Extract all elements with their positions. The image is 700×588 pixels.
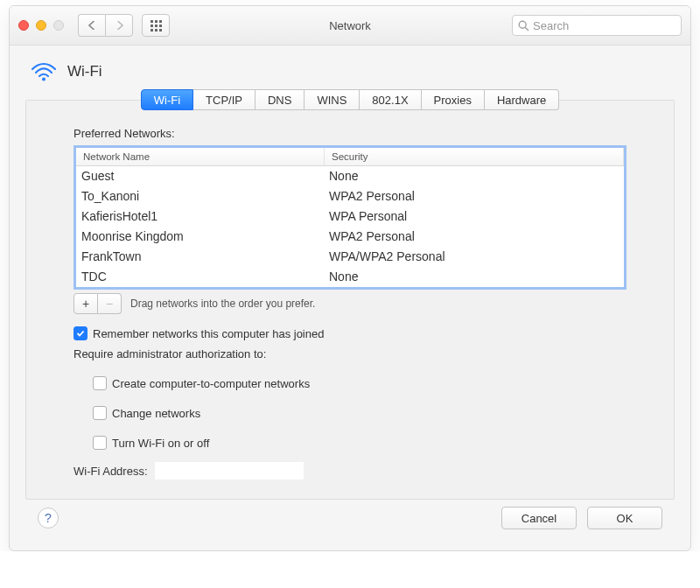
tab-proxies[interactable]: Proxies [422,89,485,110]
zoom-icon [53,20,64,31]
tab-8021x[interactable]: 802.1X [360,89,421,110]
admin-check-label: Turn Wi-Fi on or off [112,437,209,450]
add-network-button[interactable]: + [74,293,98,314]
help-button[interactable]: ? [38,508,59,528]
search-input[interactable]: Search [512,15,682,36]
table-row[interactable]: KafierisHotel1 WPA Personal [76,206,624,227]
col-network-name[interactable]: Network Name [76,148,325,165]
search-icon [518,20,529,32]
network-prefs-window: Network Search Wi-Fi Wi-Fi TCP/IP DNS WI… [9,5,691,551]
close-icon[interactable] [18,20,29,31]
svg-point-2 [42,78,46,81]
wifi-address-label: Wi-Fi Address: [74,465,148,478]
admin-check-toggle-wifi[interactable] [93,436,107,450]
admin-check-label: Change networks [112,407,200,420]
admin-check-change-networks[interactable] [93,406,107,420]
table-row[interactable]: Guest None [76,166,624,186]
remove-network-button: − [98,293,122,314]
titlebar: Network Search [10,6,690,46]
nav-forward-button[interactable] [105,14,133,37]
search-placeholder: Search [533,19,569,32]
tab-wins[interactable]: WINS [304,89,360,110]
wifi-icon [31,61,57,82]
table-row[interactable]: TDC None [76,267,624,287]
preferred-networks-table[interactable]: Network Name Security Guest None To_Kano… [74,145,626,290]
traffic-lights [18,20,64,31]
table-header: Network Name Security [76,148,624,166]
table-row[interactable]: Moonrise Kingdom WPA2 Personal [76,227,624,247]
col-security[interactable]: Security [325,148,624,165]
svg-line-1 [525,27,528,31]
preferred-networks-label: Preferred Networks: [74,127,626,140]
table-row[interactable]: To_Kanoni WPA2 Personal [76,186,624,206]
cancel-button[interactable]: Cancel [501,507,577,529]
reorder-hint: Drag networks into the order you prefer. [130,298,315,310]
help-icon: ? [45,511,52,525]
remember-networks-checkbox[interactable] [74,326,88,340]
show-all-button[interactable] [142,14,170,37]
check-icon [76,329,85,338]
admin-check-label: Create computer-to-computer networks [112,377,310,390]
grid-icon [150,20,162,32]
pane-header: Wi-Fi [31,61,669,82]
admin-auth-title: Require administrator authorization to: [74,347,626,360]
tabs: Wi-Fi TCP/IP DNS WINS 802.1X Proxies Har… [25,89,675,110]
remember-networks-label: Remember networks this computer has join… [93,327,324,340]
minus-icon: − [106,297,113,311]
tab-tcpip[interactable]: TCP/IP [193,89,256,110]
table-row[interactable]: FrankTown WPA/WPA2 Personal [76,247,624,267]
svg-point-0 [519,21,526,28]
ok-button[interactable]: OK [587,507,662,529]
wifi-address-value [155,462,304,480]
nav-back-button[interactable] [78,14,105,37]
add-remove-group: + − [74,293,122,314]
nav-back-forward [78,14,133,37]
minimize-icon[interactable] [36,20,46,31]
page-title: Wi-Fi [67,63,102,80]
wifi-panel: Preferred Networks: Network Name Securit… [25,100,675,500]
tab-dns[interactable]: DNS [256,89,304,110]
tab-wifi[interactable]: Wi-Fi [141,89,193,110]
admin-check-create-adhoc[interactable] [93,376,107,390]
tab-hardware[interactable]: Hardware [485,89,559,110]
plus-icon: + [82,297,89,311]
